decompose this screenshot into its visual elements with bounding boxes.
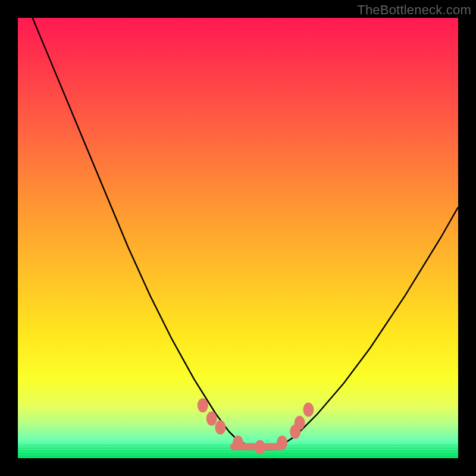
curve-marker — [198, 398, 208, 412]
green-band — [18, 453, 458, 454]
bottleneck-curve — [18, 18, 458, 458]
curve-marker — [303, 403, 314, 417]
curve-marker — [255, 440, 265, 455]
curve-marker — [277, 436, 287, 450]
green-band — [18, 445, 458, 446]
curve-path — [18, 18, 458, 449]
chart-frame: TheBottleneck.com — [0, 0, 476, 476]
curve-marker — [295, 416, 305, 430]
curve-marker — [206, 411, 217, 425]
curve-markers — [18, 18, 458, 458]
plot-area — [18, 18, 458, 458]
curve-marker — [215, 420, 226, 434]
green-band — [18, 456, 458, 457]
green-band — [18, 447, 458, 449]
green-band-layer — [18, 18, 458, 458]
green-band — [18, 450, 458, 452]
curve-marker — [233, 436, 243, 450]
curve-marker — [290, 425, 300, 439]
watermark-label: TheBottleneck.com — [357, 2, 471, 18]
